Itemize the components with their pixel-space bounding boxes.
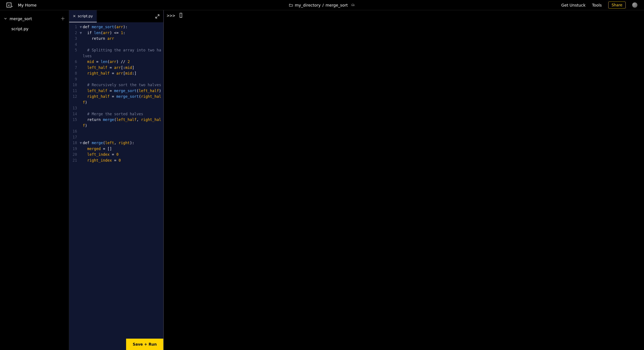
code-line[interactable]: 15return merge(left_half, right_half) [69, 117, 163, 128]
breadcrumb-project[interactable]: merge_sort [326, 3, 348, 7]
line-number: 12 [69, 94, 79, 105]
code-line[interactable]: 20left_index = 0 [69, 152, 163, 157]
line-number: 8 [69, 70, 79, 76]
fold-toggle-icon [79, 41, 83, 47]
code-source[interactable]: return arr [83, 36, 163, 41]
code-line[interactable]: 16 [69, 128, 163, 134]
expand-icon[interactable] [156, 14, 159, 18]
code-source[interactable]: # Merge the sorted halves [83, 111, 163, 117]
code-line[interactable]: 8right_half = arr[mid:] [69, 70, 163, 76]
code-source[interactable]: right_half = arr[mid:] [83, 70, 163, 76]
code-source[interactable] [83, 128, 163, 134]
code-source[interactable]: right_index = 0 [83, 157, 163, 163]
line-number: 4 [69, 41, 79, 47]
folder-open-icon [289, 3, 293, 7]
save-run-button[interactable]: Save + Run [126, 339, 163, 350]
line-number: 1 [69, 24, 79, 30]
code-source[interactable] [83, 134, 163, 140]
editor-tabs: script.py [69, 10, 163, 22]
code-line[interactable]: 18▼def merge(left, right): [69, 140, 163, 146]
share-button[interactable]: Share [608, 1, 626, 8]
code-line[interactable]: 4 [69, 41, 163, 47]
fold-toggle-icon [79, 70, 83, 76]
add-file-button[interactable]: + [61, 15, 65, 22]
code-line[interactable]: 7left_half = arr[:mid] [69, 65, 163, 71]
code-source[interactable]: left_half = merge_sort(left_half) [83, 88, 163, 94]
breadcrumb: my_directory / merge_sort [289, 3, 355, 7]
fold-toggle-icon [79, 82, 83, 88]
fold-toggle-icon [79, 94, 83, 105]
line-number: 2 [69, 30, 79, 36]
code-line[interactable]: 3return arr [69, 36, 163, 41]
code-line[interactable]: 5# Splitting the array into two halves [69, 47, 163, 59]
code-line[interactable]: 14# Merge the sorted halves [69, 111, 163, 117]
terminal-panel[interactable]: >>> [164, 10, 644, 350]
fold-toggle-icon[interactable]: ▼ [79, 24, 83, 30]
code-line[interactable]: 17 [69, 134, 163, 140]
line-number: 19 [69, 146, 79, 152]
line-number: 3 [69, 36, 79, 41]
code-line[interactable]: 2▼if len(arr) <= 1: [69, 30, 163, 36]
code-source[interactable]: # Recursively sort the two halves [83, 82, 163, 88]
fold-toggle-icon [79, 128, 83, 134]
my-home-link[interactable]: My Home [18, 3, 36, 7]
fold-toggle-icon[interactable]: ▼ [79, 140, 83, 146]
code-source[interactable]: mid = len(arr) // 2 [83, 59, 163, 65]
code-source[interactable] [83, 41, 163, 47]
line-number: 5 [69, 47, 79, 59]
line-number: 15 [69, 117, 79, 128]
avatar[interactable] [632, 2, 638, 8]
code-source[interactable]: # Splitting the array into two halves [83, 47, 163, 59]
code-line[interactable]: 10# Recursively sort the two halves [69, 82, 163, 88]
close-icon[interactable] [73, 15, 76, 17]
line-number: 18 [69, 140, 79, 146]
terminal-prompt: >>> [167, 13, 175, 18]
code-editor[interactable]: 1▼def merge_sort(arr):2▼if len(arr) <= 1… [69, 22, 163, 350]
fold-toggle-icon [79, 152, 83, 157]
breadcrumb-dir[interactable]: my_directory [295, 3, 321, 7]
code-source[interactable]: left_half = arr[:mid] [83, 65, 163, 71]
code-source[interactable]: def merge(left, right): [83, 140, 163, 146]
tree-file-item[interactable]: script.py [0, 24, 69, 34]
code-line[interactable]: 11left_half = merge_sort(left_half) [69, 88, 163, 94]
code-source[interactable]: merged = [] [83, 146, 163, 152]
terminal-cursor [180, 13, 182, 18]
line-number: 17 [69, 134, 79, 140]
get-unstuck-link[interactable]: Get Unstuck [561, 3, 586, 7]
editor-panel: script.py 1▼def merge_sort(arr):2▼if len… [69, 10, 164, 350]
fold-toggle-icon [79, 65, 83, 71]
tools-link[interactable]: Tools [592, 3, 602, 7]
fold-toggle-icon [79, 146, 83, 152]
code-line[interactable]: 1▼def merge_sort(arr): [69, 24, 163, 30]
tree-root-row[interactable]: merge_sort + [0, 13, 69, 24]
code-source[interactable]: if len(arr) <= 1: [83, 30, 163, 36]
fold-toggle-icon [79, 36, 83, 41]
line-number: 11 [69, 88, 79, 94]
fold-toggle-icon[interactable]: ▼ [79, 30, 83, 36]
top-bar: c My Home my_directory / merge_sort Get … [0, 0, 644, 10]
line-number: 9 [69, 76, 79, 82]
fold-toggle-icon [79, 59, 83, 65]
code-source[interactable]: left_index = 0 [83, 152, 163, 157]
code-line[interactable]: 19merged = [] [69, 146, 163, 152]
code-line[interactable]: 21right_index = 0 [69, 157, 163, 163]
code-line[interactable]: 9 [69, 76, 163, 82]
line-number: 21 [69, 157, 79, 163]
breadcrumb-separator: / [322, 3, 324, 7]
fold-toggle-icon [79, 117, 83, 128]
code-source[interactable]: right_half = merge_sort(right_half) [83, 94, 163, 105]
line-number: 6 [69, 59, 79, 65]
code-line[interactable]: 6mid = len(arr) // 2 [69, 59, 163, 65]
code-line[interactable]: 12right_half = merge_sort(right_half) [69, 94, 163, 105]
line-number: 7 [69, 65, 79, 71]
code-source[interactable]: return merge(left_half, right_half) [83, 117, 163, 128]
code-line[interactable]: 13 [69, 105, 163, 111]
line-number: 13 [69, 105, 79, 111]
tab-script[interactable]: script.py [69, 10, 97, 22]
code-source[interactable]: def merge_sort(arr): [83, 24, 163, 30]
tree-root-label: merge_sort [10, 16, 32, 21]
code-source[interactable] [83, 105, 163, 111]
file-tree-sidebar: merge_sort + script.py [0, 10, 69, 350]
logo-icon[interactable]: c [6, 3, 12, 7]
code-source[interactable] [83, 76, 163, 82]
